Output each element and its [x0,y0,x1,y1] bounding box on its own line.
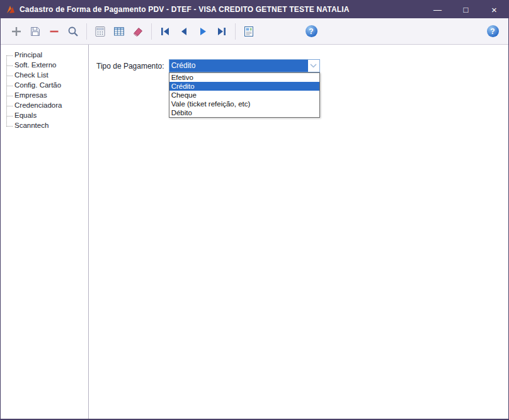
minus-icon [48,25,60,38]
sidebar-item-scanntech[interactable]: Scanntech [4,121,88,131]
nav-first-button[interactable] [156,23,174,40]
sidebar-item-empresas[interactable]: Empresas [4,91,88,101]
window-controls: — □ × [423,1,508,18]
app-window: Cadastro de Forma de Pagamento PDV - DTE… [0,0,509,420]
sidebar: Principal Soft. Externo Check List Confi… [1,45,89,419]
plus-icon [10,25,23,38]
grid-button[interactable] [110,23,128,40]
help-icon: ? [487,25,499,37]
dropdown-option-credito[interactable]: Crédito [169,82,319,91]
skip-first-icon [159,25,171,38]
sidebar-item-soft-externo[interactable]: Soft. Externo [4,60,88,71]
payment-type-combobox[interactable]: Crédito Efetivo Crédito Cheque Vale (tic… [169,59,320,72]
sidebar-item-principal[interactable]: Principal [4,50,88,60]
save-button[interactable] [26,23,44,40]
app-icon [6,4,16,14]
nav-last-button[interactable] [213,23,231,40]
help-button[interactable]: ? [302,23,320,40]
close-button[interactable]: × [480,1,508,18]
dropdown-option-efetivo[interactable]: Efetivo [169,73,319,82]
help-icon: ? [306,25,317,37]
nav-prev-button[interactable] [175,23,193,40]
sidebar-item-check-list[interactable]: Check List [4,71,88,81]
floppy-icon [29,25,42,38]
sidebar-item-credenciadora[interactable]: Credenciadora [4,101,88,111]
titlebar: Cadastro de Forma de Pagamento PDV - DTE… [1,1,508,18]
dropdown-option-cheque[interactable]: Cheque [169,91,319,99]
window-title: Cadastro de Forma de Pagamento PDV - DTE… [20,5,350,14]
chevron-down-icon[interactable] [308,60,319,72]
search-icon [67,25,79,38]
sidebar-item-equals[interactable]: Equals [4,111,88,121]
preview-button[interactable] [240,23,258,40]
navigation-tree: Principal Soft. Externo Check List Confi… [4,50,88,131]
toolbar-separator [235,23,236,40]
table-grid-icon [113,25,125,38]
payment-type-label: Tipo de Pagamento: [96,62,164,71]
combobox-selected-value: Crédito [169,60,308,72]
payment-type-dropdown: Efetivo Crédito Cheque Vale (ticket refe… [169,72,320,118]
maximize-button[interactable]: □ [452,1,480,18]
minimize-button[interactable]: — [423,1,452,18]
skip-last-icon [215,25,228,38]
toolbar-separator [151,23,152,40]
dropdown-option-vale[interactable]: Vale (ticket refeição, etc) [169,99,319,108]
nav-next-button[interactable] [194,23,212,40]
toolbar-separator [86,23,87,40]
calculator-button[interactable] [91,23,109,40]
add-button[interactable] [8,23,25,40]
delete-button[interactable] [45,23,63,40]
calculator-icon [94,25,106,38]
search-button[interactable] [64,23,82,40]
content-area: Principal Soft. Externo Check List Confi… [1,45,508,419]
report-icon [243,25,255,38]
help-button-right[interactable]: ? [484,23,501,40]
chevron-right-icon [197,25,209,38]
chevron-left-icon [178,25,190,38]
toolbar: ? ? [1,18,508,45]
main-panel: Tipo de Pagamento: Crédito Efetivo Crédi… [89,45,508,419]
dropdown-option-debito[interactable]: Débito [169,108,319,117]
payment-type-field: Tipo de Pagamento: Crédito Efetivo Crédi… [96,59,508,72]
eraser-icon [132,25,144,38]
sidebar-item-config-cartao[interactable]: Config. Cartão [4,81,88,91]
eraser-button[interactable] [129,23,147,40]
